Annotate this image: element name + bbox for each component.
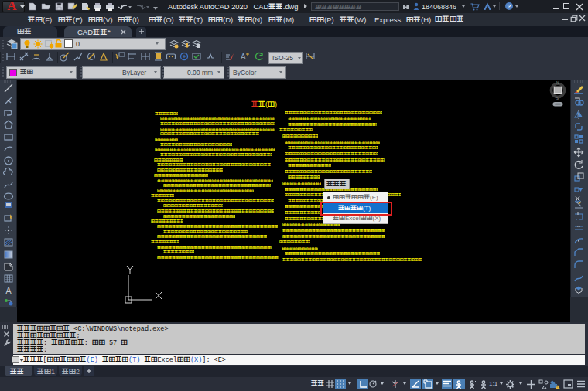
- svg-text:A: A: [5, 286, 12, 296]
- svg-text:!: !: [557, 385, 558, 389]
- svg-text:S: S: [556, 97, 559, 100]
- svg-text:A: A: [241, 53, 246, 61]
- svg-text:N: N: [556, 81, 559, 85]
